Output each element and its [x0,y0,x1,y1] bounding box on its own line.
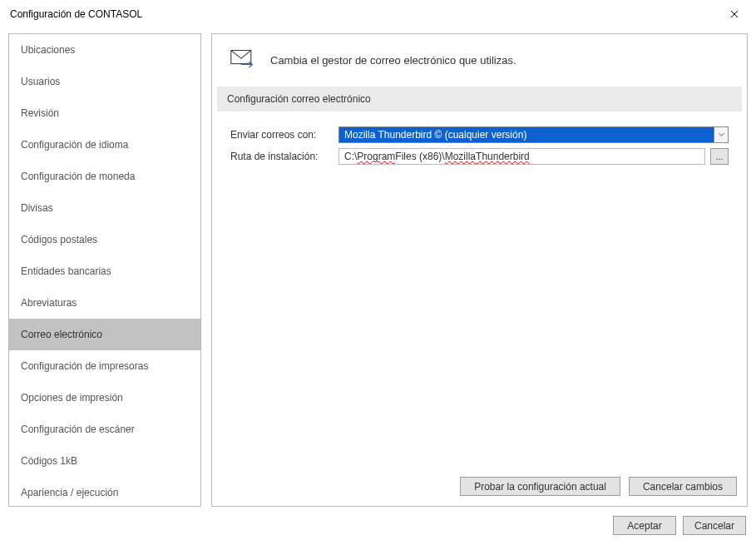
sidebar-item-apariencia[interactable]: Apariencia / ejecución [9,477,200,507]
sidebar-item-divisas[interactable]: Divisas [9,192,200,224]
section-header: Configuración correo electrónico [217,87,742,111]
cancel-changes-label: Cancelar cambios [643,481,723,493]
test-config-button[interactable]: Probar la configuración actual [460,477,620,496]
label-send-with: Enviar correos con: [230,129,338,141]
sidebar-item-idioma[interactable]: Configuración de idioma [9,129,200,161]
sidebar-item-label: Divisas [21,202,53,214]
close-button[interactable] [723,2,746,26]
accept-button[interactable]: Aceptar [613,516,676,535]
sidebar-item-label: Ubicaciones [21,44,75,56]
sidebar-item-label: Configuración de moneda [21,171,135,182]
sidebar-item-usuarios[interactable]: Usuarios [9,66,200,97]
sidebar-item-ubicaciones[interactable]: Ubicaciones [9,34,200,66]
sidebar-item-entidades-bancarias[interactable]: Entidades bancarias [9,255,200,287]
chevron-down-icon [719,133,724,136]
cancel-button[interactable]: Cancelar [683,516,746,535]
label-install-path: Ruta de instalación: [230,151,338,162]
dialog-footer: Aceptar Cancelar [613,516,746,535]
sidebar-item-correo-electronico[interactable]: Correo electrónico [9,319,200,350]
sidebar-item-label: Usuarios [21,76,60,87]
sidebar-item-label: Configuración de impresoras [21,360,148,372]
window-title: Configuración de CONTASOL [10,8,142,20]
sidebar-item-label: Configuración de idioma [21,139,128,151]
select-dropdown-button[interactable] [714,126,729,143]
path-text-seg2: Files (x86)\ [395,151,444,162]
path-text-seg5: Thunderbird [476,151,530,162]
input-install-path[interactable]: C:\Program Files (x86)\Mozilla Thunderbi… [338,148,705,165]
path-text-prefix: C:\ [344,151,357,162]
envelope-arrow-icon [230,49,257,72]
browse-label: ... [716,152,723,161]
path-text-seg1: Program [357,151,395,162]
sidebar-item-label: Configuración de escáner [21,424,135,435]
accept-label: Aceptar [627,520,661,532]
sidebar-item-codigos-1kb[interactable]: Códigos 1kB [9,445,200,477]
header-row: Cambia el gestor de correo electrónico q… [212,34,747,87]
close-icon [730,10,739,18]
sidebar-item-label: Opciones de impresión [21,392,123,404]
sidebar-item-revision[interactable]: Revisión [9,97,200,129]
sidebar-item-abreviaturas[interactable]: Abreviaturas [9,287,200,319]
test-config-label: Probar la configuración actual [474,481,606,493]
select-value: Mozilla Thunderbird © (cualquier versión… [344,129,526,141]
sidebar-item-moneda[interactable]: Configuración de moneda [9,161,200,192]
sidebar-item-codigos-postales[interactable]: Códigos postales [9,224,200,255]
row-send-with: Enviar correos con: Mozilla Thunderbird … [230,126,729,143]
sidebar-item-label: Códigos postales [21,234,97,245]
sidebar-item-label: Entidades bancarias [21,265,111,277]
browse-button[interactable]: ... [710,148,729,165]
cancel-changes-button[interactable]: Cancelar cambios [629,477,737,496]
row-install-path: Ruta de instalación: C:\Program Files (x… [230,148,729,165]
sidebar-item-label: Revisión [21,107,59,119]
panel-footer: Probar la configuración actual Cancelar … [460,477,737,496]
sidebar-item-label: Códigos 1kB [21,455,77,467]
sidebar: Ubicaciones Usuarios Revisión Configurac… [8,33,201,507]
sidebar-item-label: Abreviaturas [21,297,77,309]
body-area: Ubicaciones Usuarios Revisión Configurac… [0,28,756,507]
titlebar: Configuración de CONTASOL [0,0,756,28]
select-email-client[interactable]: Mozilla Thunderbird © (cualquier versión… [338,126,714,143]
sidebar-item-impresoras[interactable]: Configuración de impresoras [9,350,200,382]
sidebar-item-escaner[interactable]: Configuración de escáner [9,414,200,445]
header-description: Cambia el gestor de correo electrónico q… [270,54,516,67]
sidebar-item-label: Correo electrónico [21,329,102,340]
cancel-label: Cancelar [694,520,734,532]
sidebar-item-opciones-impresion[interactable]: Opciones de impresión [9,382,200,414]
form-area: Enviar correos con: Mozilla Thunderbird … [212,111,747,170]
sidebar-item-label: Apariencia / ejecución [21,487,118,498]
main-panel: Cambia el gestor de correo electrónico q… [211,33,748,507]
path-text-seg3: Mozilla [445,151,476,162]
